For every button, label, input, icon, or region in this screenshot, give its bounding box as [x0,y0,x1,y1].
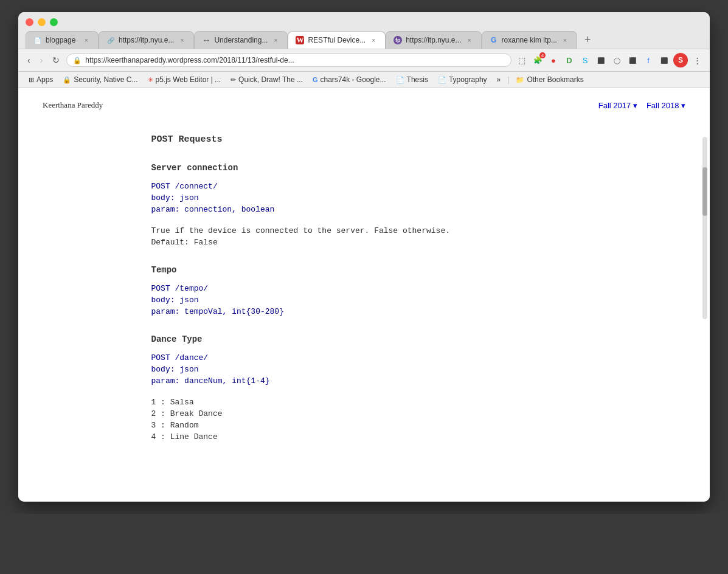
bookmark-other[interactable]: 📁 Other Bookmarks [511,74,588,85]
tab-title-itp2: https://itp.nyu.e... [406,36,461,44]
server-connection-code: POST /connect/ body: json param: connect… [151,182,577,214]
site-title: Keerthana Pareddy [43,100,103,110]
other-bookmarks-icon: 📁 [516,76,524,84]
tab-title-itp1: https://itp.nyu.e... [119,36,174,44]
post-requests-section: POST Requests [151,134,577,145]
bookmark-chars74k[interactable]: G chars74k - Google... [308,74,390,85]
tab-itp2[interactable]: fp https://itp.nyu.e... × [386,31,481,49]
tempo-code-line1: POST /tempo/ [151,284,577,293]
back-button[interactable]: ‹ [24,54,33,67]
typography-icon: 📄 [438,76,446,84]
ext-icon4[interactable]: f [642,54,655,67]
profile-avatar[interactable]: S [673,53,688,67]
year-nav: Fall 2017 ▾ Fall 2018 ▾ [598,101,685,110]
dance-list-item1: 1 : Salsa [151,398,577,407]
apps-icon: ⊞ [29,76,34,84]
tab-favicon-understanding: ↔ [202,36,210,44]
tempo-code-line3: param: tempoVal, int{30-280} [151,307,577,316]
tab-favicon-roxanne: G [490,36,498,44]
fall-2018-link[interactable]: Fall 2018 ▾ [647,101,685,110]
ext-icon1[interactable]: ⬛ [594,54,608,67]
page-content: Keerthana Pareddy Fall 2017 ▾ Fall 2018 … [18,88,710,502]
scrollbar-thumb[interactable] [702,167,707,216]
cast-icon[interactable]: ⬚ [515,54,529,67]
browser-window: 📄 blogpage × 🔗 https://itp.nyu.e... × ↔ … [18,12,710,502]
new-tab-button[interactable]: + [580,31,596,49]
server-connection-section: Server connection POST /connect/ body: j… [151,163,577,247]
dance-code-line2: body: json [151,365,577,374]
post-requests-heading: POST Requests [151,134,577,145]
tab-close-understanding[interactable]: × [271,36,280,44]
tab-favicon-itp2: fp [393,36,402,44]
blog-content: POST Requests Server connection POST /co… [151,134,577,441]
server-code-line1: POST /connect/ [151,182,577,191]
extensions-badge[interactable]: 🧩 4 [531,54,544,67]
close-button[interactable] [26,18,33,26]
tab-close-restful[interactable]: × [369,36,378,44]
bookmark-thesis[interactable]: 📄 Thesis [392,74,432,85]
address-bar: 🔒 [66,54,511,67]
dance-type-section: Dance Type POST /dance/ body: json param… [151,334,577,441]
bookmark-security-label: Security, Native C... [74,75,137,84]
server-code-line2: body: json [151,193,577,202]
server-code-line3: param: connection, boolean [151,205,577,214]
tab-title-roxanne: roxanne kim itp... [502,36,557,44]
nav-icons: ⬚ 🧩 4 ● D S ⬛ ◯ ⬛ f ⬛ S ⋮ [515,53,704,67]
tempo-code-line2: body: json [151,296,577,305]
lastpass-icon[interactable]: ● [547,54,560,67]
bookmark-quickdraw[interactable]: ✏ Quick, Draw! The ... [226,74,307,85]
tab-itp1[interactable]: 🔗 https://itp.nyu.e... × [99,31,194,49]
dashlane-icon[interactable]: D [563,54,576,67]
tempo-section: Tempo POST /tempo/ body: json param: tem… [151,265,577,316]
maximize-button[interactable] [50,18,58,26]
p5js-icon: ✳ [148,76,153,84]
forward-button[interactable]: › [37,54,46,67]
url-input[interactable] [85,56,505,64]
dance-list: 1 : Salsa 2 : Break Dance 3 : Random 4 :… [151,398,577,441]
bookmark-p5js[interactable]: ✳ p5.js Web Editor | ... [144,74,226,85]
bookmark-chars74k-label: chars74k - Google... [320,75,386,84]
lock-icon: 🔒 [73,57,81,64]
bookmark-security[interactable]: 🔒 Security, Native C... [58,74,142,85]
tab-close-itp2[interactable]: × [465,36,474,44]
ext-icon5[interactable]: ⬛ [657,54,671,67]
bookmark-typography-label: Typography [449,75,487,84]
skype-icon[interactable]: S [578,54,592,67]
title-bar: 📄 blogpage × 🔗 https://itp.nyu.e... × ↔ … [18,12,710,49]
quickdraw-icon: ✏ [231,76,236,84]
bookmark-typography[interactable]: 📄 Typography [434,74,491,85]
server-connection-heading: Server connection [151,163,577,173]
refresh-button[interactable]: ↻ [49,54,63,67]
menu-icon[interactable]: ⋮ [690,54,704,67]
dance-list-item2: 2 : Break Dance [151,409,577,418]
bookmark-p5js-label: p5.js Web Editor | ... [156,75,221,84]
tab-close-roxanne[interactable]: × [561,36,569,44]
tempo-heading: Tempo [151,265,577,275]
bookmark-thesis-label: Thesis [407,75,428,84]
bookmark-apps[interactable]: ⊞ Apps [24,74,57,85]
bookmark-separator: | [507,75,509,84]
tab-restful[interactable]: W RESTful Device... × [288,31,386,49]
security-icon: 🔒 [63,76,71,84]
minimize-button[interactable] [38,18,46,26]
chars74k-icon: G [313,76,318,83]
ext-icon2[interactable]: ◯ [610,54,623,67]
fall-2017-link[interactable]: Fall 2017 ▾ [598,101,637,110]
tab-close-itp1[interactable]: × [178,36,186,44]
tab-title-blogpage: blogpage [46,36,78,44]
tab-understanding[interactable]: ↔ Understanding... × [194,31,288,49]
ext-icon3[interactable]: ⬛ [626,54,639,67]
tab-favicon-itp1: 🔗 [106,36,115,44]
bookmark-quickdraw-label: Quick, Draw! The ... [238,75,303,84]
tab-blogpage[interactable]: 📄 blogpage × [26,31,99,49]
bookmark-more[interactable]: » [493,74,505,85]
page-header: Keerthana Pareddy Fall 2017 ▾ Fall 2018 … [43,100,685,116]
dance-list-item3: 3 : Random [151,421,577,430]
more-icon: » [497,75,501,84]
scrollbar[interactable] [702,137,707,319]
thesis-icon: 📄 [396,76,404,84]
tab-favicon-blogpage: 📄 [33,36,42,44]
tab-roxanne[interactable]: G roxanne kim itp... × [482,31,577,49]
tab-close-blogpage[interactable]: × [82,36,91,44]
dance-list-item4: 4 : Line Dance [151,432,577,441]
